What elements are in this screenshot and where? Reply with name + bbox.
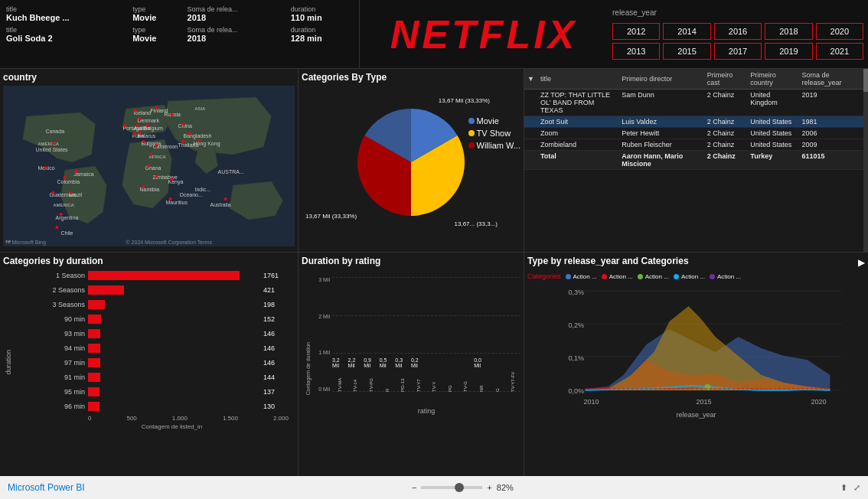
pie-legend: Movie TV Show William W... [468, 116, 520, 153]
svg-point-40 [64, 176, 67, 179]
td-year: 2009 [799, 139, 868, 151]
field-type-1: type [132, 5, 145, 13]
duration-bar-label: 97 min [47, 359, 88, 367]
soma-value-2: 2018 [188, 34, 206, 43]
duration-bar-value: 146 [260, 330, 288, 338]
year-btn-2017[interactable]: 2017 [714, 43, 762, 60]
table-row[interactable]: Total Aaron Hann, Mario Miscione 2 Chain… [524, 151, 868, 170]
td-cast: 2 Chainz [704, 128, 748, 139]
svg-point-48 [139, 117, 142, 120]
release-header: Type by release_year and Categories ▶ [527, 256, 865, 269]
svg-text:Oceano...: Oceano... [180, 192, 203, 197]
year-btn-2016[interactable]: 2016 [714, 23, 762, 40]
svg-point-51 [146, 124, 149, 127]
year-row-1: 2012 2014 2016 2018 2020 [612, 23, 863, 40]
powerbi-link[interactable]: Microsoft Power BI [8, 482, 85, 493]
duration-title: Categories by duration [3, 256, 295, 266]
svg-text:Australia: Australia [210, 202, 231, 207]
svg-point-49 [136, 124, 139, 127]
release-title: Type by release_year and Categories [527, 256, 689, 266]
duration-x-ticks: 05001.0001.5002.000 [47, 415, 289, 422]
svg-point-57 [188, 132, 191, 135]
zoom-slider[interactable] [421, 486, 482, 489]
rating-title: Duration by rating [302, 256, 520, 266]
pie-container: 13,67 Mil (33,33%) 13,67 Mil (33,33%) 13… [302, 86, 520, 239]
zoom-handle[interactable] [455, 483, 464, 492]
year-btn-2012[interactable]: 2012 [612, 23, 660, 40]
duration-bar-fill [88, 329, 100, 338]
table-scroll-thumb[interactable] [863, 69, 868, 92]
field-dur-2: duration [291, 26, 316, 34]
svg-point-66 [169, 197, 172, 201]
duration-section: Categories by duration duration 1 Season… [0, 253, 298, 476]
legend-label-tvshow: TV Show [477, 129, 511, 138]
data-table: ▼ title Primeiro director Primeiro cast … [524, 69, 868, 170]
svg-point-47 [155, 106, 158, 109]
svg-point-82 [705, 384, 711, 390]
td-cast: 2 Chainz [704, 116, 748, 128]
svg-point-59 [197, 139, 201, 142]
rating-chart-area: 3 Mil 2 Mil 1 Mil 0 Mil Contagem de dura… [302, 269, 520, 415]
td-title: Total [537, 151, 618, 170]
svg-text:Colombia: Colombia [57, 179, 80, 184]
duration-bar-fill [88, 315, 101, 324]
td-expand [524, 139, 537, 151]
svg-text:AMERICA: AMERICA [54, 203, 74, 207]
legend-dot-tvshow [468, 130, 475, 136]
zoom-plus[interactable]: + [487, 483, 491, 492]
td-title: Zoot Suit [537, 116, 618, 128]
year-btn-2021[interactable]: 2021 [816, 43, 863, 60]
rating-chart-body: Contagem de duration 3,2 Mil TV-MA 2,2 M… [332, 269, 520, 415]
td-director: Peter Hewitt [618, 128, 704, 139]
expand-icon[interactable]: ⤢ [853, 483, 860, 493]
duration-bar-value: 421 [260, 286, 288, 294]
rating-bar-xlabel: PG-13 [400, 370, 405, 392]
table-row[interactable]: ZZ TOP: THAT LITTLE OL' BAND FROM TEXAS … [524, 90, 868, 116]
duration-bar-track [88, 387, 260, 396]
svg-text:Indic...: Indic... [195, 187, 211, 192]
year-btn-2015[interactable]: 2015 [663, 43, 710, 60]
svg-point-55 [171, 113, 174, 116]
duration-bar-label: 96 min [47, 403, 88, 410]
duration-bar-track [88, 285, 260, 295]
td-country: United Kingdom [747, 90, 798, 116]
bottom-bar: Microsoft Power BI − + 82% ⬆ ⤢ [0, 476, 868, 499]
svg-point-60 [155, 144, 158, 147]
zoom-minus[interactable]: − [412, 483, 416, 492]
duration-bar-label: 3 Seasons [47, 301, 88, 308]
table-row[interactable]: Zoom Peter Hewitt 2 Chainz United States… [524, 128, 868, 139]
year-btn-2013[interactable]: 2013 [612, 43, 660, 60]
year-btn-2014[interactable]: 2014 [663, 23, 710, 40]
svg-point-44 [56, 226, 59, 229]
td-director: Ruben Fleischer [618, 139, 704, 151]
svg-text:Canada: Canada [46, 129, 65, 134]
svg-point-41 [52, 191, 55, 194]
table-row[interactable]: Zoot Suit Luis Valdez 2 Chainz United St… [524, 116, 868, 128]
duration-bars: 1 Season 1761 2 Seasons 421 3 Seasons 19… [47, 269, 289, 422]
year-btn-2020[interactable]: 2020 [816, 23, 863, 40]
soma-value-1: 2018 [188, 13, 206, 22]
table-scrollbar[interactable] [863, 69, 868, 252]
cat-dot-2 [602, 274, 607, 279]
pie-label-bottom-left: 13,67 Mil (33,33%) [305, 213, 357, 220]
table-header-row: ▼ title Primeiro director Primeiro cast … [524, 69, 868, 90]
duration-bar-track [88, 373, 260, 382]
world-map[interactable]: Canada AMERICA United States Mexico Colo… [3, 86, 295, 246]
duration-bar-value: 152 [260, 315, 288, 323]
svg-text:Chile: Chile [61, 230, 73, 236]
release-next-btn[interactable]: ▶ [858, 257, 865, 268]
dur-value-1: 110 min [291, 13, 322, 22]
rating-bar-xlabel: TV-14 [353, 370, 357, 392]
svg-point-52 [139, 132, 142, 135]
year-btn-2018[interactable]: 2018 [765, 23, 812, 40]
rating-bar-xlabel: TV-MA [338, 370, 342, 392]
svg-point-46 [134, 109, 137, 112]
td-director: Luis Valdez [618, 116, 704, 128]
share-icon[interactable]: ⬆ [840, 483, 847, 493]
cat-dot-1 [566, 274, 571, 279]
svg-text:United States: United States [36, 147, 69, 152]
year-btn-2019[interactable]: 2019 [765, 43, 812, 60]
table-row[interactable]: Zombieland Ruben Fleischer 2 Chainz Unit… [524, 139, 868, 151]
map-svg: Canada AMERICA United States Mexico Colo… [3, 86, 295, 246]
middle-column: Categories By Type 13,67 Mil (33,33%) [299, 69, 524, 476]
